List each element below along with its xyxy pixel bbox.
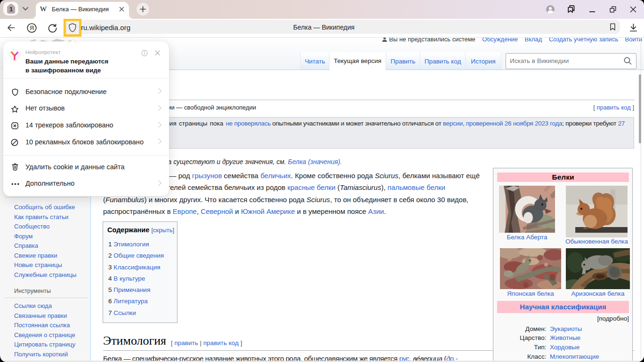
svg-text:1: 1 <box>9 6 13 13</box>
svg-text:Я: Я <box>30 25 34 31</box>
